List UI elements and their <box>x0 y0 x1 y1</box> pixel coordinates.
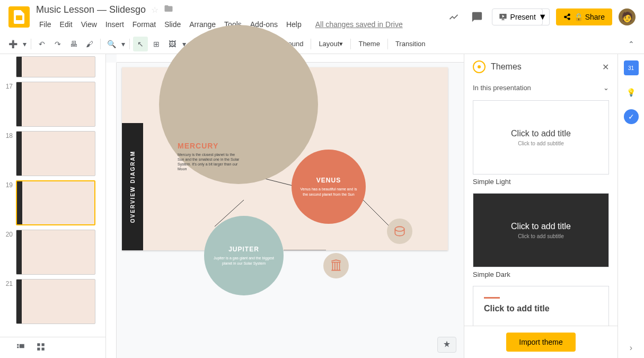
menu-insert[interactable]: Insert <box>102 18 127 31</box>
menu-edit[interactable]: Edit <box>57 18 76 31</box>
collapse-toolbar-icon[interactable]: ⌃ <box>624 37 639 51</box>
svg-line-4 <box>363 200 390 226</box>
explore-button[interactable] <box>437 337 456 353</box>
image-tool[interactable]: 🖼 <box>165 37 180 51</box>
save-status[interactable]: All changes saved in Drive <box>312 18 406 31</box>
lock-icon: 🔒 <box>574 13 583 21</box>
svg-point-6 <box>478 65 481 68</box>
print-button[interactable]: 🖶 <box>66 37 81 51</box>
thumbnail[interactable] <box>16 131 95 176</box>
layout-button[interactable]: Layout▾ <box>314 38 347 50</box>
slide-canvas[interactable]: OVERVIEW DIAGRAM MERCURY Mercury is the … <box>122 67 448 250</box>
thumbnail[interactable] <box>16 279 95 324</box>
star-icon[interactable]: ☆ <box>151 5 158 15</box>
transition-button[interactable]: Transition <box>391 38 430 50</box>
close-icon[interactable]: ✕ <box>602 62 609 72</box>
svg-rect-0 <box>16 15 22 20</box>
textbox-tool[interactable]: ⊞ <box>149 37 164 51</box>
svg-rect-10 <box>37 343 40 346</box>
new-slide-button[interactable]: ➕ <box>5 37 20 51</box>
themes-icon <box>473 60 486 73</box>
svg-rect-12 <box>37 347 40 350</box>
menu-view[interactable]: View <box>78 18 100 31</box>
menu-slide[interactable]: Slide <box>161 18 184 31</box>
comments-icon[interactable] <box>469 8 486 25</box>
side-panel: 31 💡 ✓ › <box>617 54 644 358</box>
theme-simple-light[interactable]: Click to add title Click to add subtitle <box>473 100 609 174</box>
paint-format-button[interactable]: 🖌 <box>82 37 97 51</box>
menu-file[interactable]: File <box>36 18 55 31</box>
svg-point-5 <box>395 226 404 231</box>
venus-circle[interactable]: VENUS Venus has a beautiful name and is … <box>292 150 366 224</box>
slides-logo[interactable] <box>8 6 30 28</box>
slide-label-bar[interactable]: OVERVIEW DIAGRAM <box>122 123 143 250</box>
tasks-icon[interactable]: ✓ <box>624 109 639 124</box>
drum-icon[interactable] <box>387 219 412 244</box>
thumbnail-selected[interactable] <box>16 180 95 225</box>
menu-format[interactable]: Format <box>129 18 159 31</box>
mercury-text[interactable]: Mercury is the closest planet to the Sun… <box>178 152 241 171</box>
svg-rect-11 <box>42 343 45 346</box>
present-button[interactable]: Present <box>492 8 543 25</box>
new-slide-caret[interactable]: ▾ <box>21 37 28 51</box>
share-button[interactable]: 🔒Share <box>556 8 612 25</box>
filmstrip-view-icon[interactable] <box>16 342 25 354</box>
folder-icon[interactable] <box>164 4 173 16</box>
zoom-caret[interactable]: ▾ <box>120 37 126 51</box>
doc-title[interactable]: Music Lesson — Slidesgo <box>36 4 146 15</box>
in-this-presentation[interactable]: In this presentation ⌄ <box>464 80 617 96</box>
vertical-ruler <box>106 63 117 358</box>
keep-icon[interactable]: 💡 <box>624 85 639 100</box>
column-icon[interactable] <box>323 253 349 278</box>
mercury-title[interactable]: MERCURY <box>178 142 218 150</box>
svg-rect-9 <box>20 344 24 348</box>
theme-simple-dark[interactable]: Click to add title Click to add subtitle <box>473 193 609 267</box>
themes-panel: Themes ✕ In this presentation ⌄ Click to… <box>464 54 617 358</box>
undo-button[interactable]: ↶ <box>34 37 49 51</box>
user-avatar[interactable]: 🧑 <box>619 8 636 25</box>
jupiter-circle[interactable]: JUPITER Jupiter is a gas giant and the b… <box>204 216 284 295</box>
grid-view-icon[interactable] <box>36 342 46 354</box>
thumbnail[interactable] <box>16 230 95 275</box>
chevron-down-icon: ⌄ <box>603 84 609 92</box>
svg-rect-8 <box>17 346 19 348</box>
svg-rect-13 <box>42 347 45 350</box>
slide-thumbnails: 17 18 19 20 21 <box>0 54 106 358</box>
menu-help[interactable]: Help <box>283 18 305 31</box>
import-theme-button[interactable]: Import theme <box>506 333 575 352</box>
redo-button[interactable]: ↷ <box>50 37 65 51</box>
themes-title: Themes <box>491 62 597 72</box>
expand-icon[interactable]: › <box>630 343 632 353</box>
thumbnail[interactable] <box>16 56 95 77</box>
calendar-icon[interactable]: 31 <box>624 60 639 75</box>
svg-rect-7 <box>17 344 19 345</box>
theme-button[interactable]: Theme <box>354 38 384 50</box>
select-tool[interactable]: ↖ <box>133 37 148 51</box>
theme-card[interactable]: Click to add title Click to add subtitle <box>473 286 609 326</box>
thumbnail[interactable] <box>16 82 95 127</box>
zoom-button[interactable]: 🔍 <box>104 37 119 51</box>
present-caret[interactable]: ▼ <box>536 8 550 25</box>
activity-icon[interactable] <box>445 8 462 25</box>
